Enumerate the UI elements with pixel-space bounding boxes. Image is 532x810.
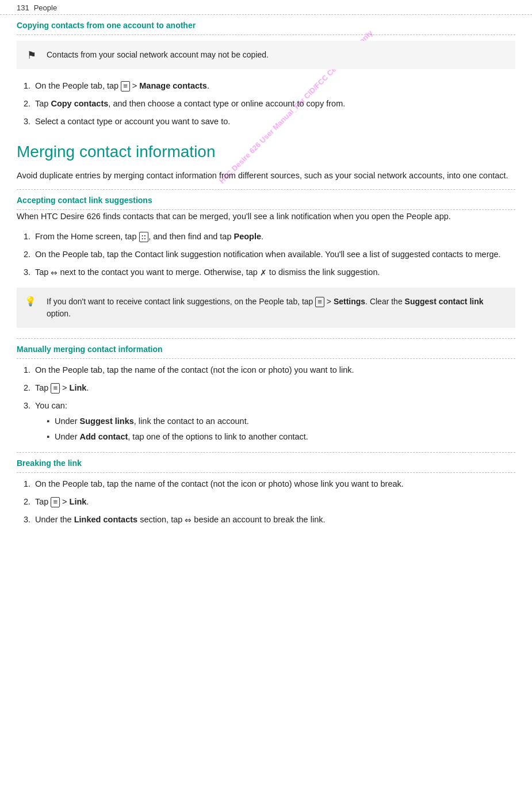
copying-note-text: Contacts from your social network accoun… — [47, 49, 269, 61]
breaking-step-1: On the People tab, tap the name of the c… — [33, 477, 515, 491]
copying-step-1: On the People tab, tap ≡ > Manage contac… — [33, 79, 515, 93]
manually-step-2: Tap ≡ > Link. — [33, 381, 515, 395]
breaking-step-3: Under the Linked contacts section, tap ⇔… — [33, 513, 515, 526]
copy-contacts-label: Copy contacts — [51, 99, 108, 108]
add-contact-label: Add contact — [80, 432, 128, 441]
link-label-1: Link — [70, 383, 87, 392]
accepting-body-text: When HTC Desire 626 finds contacts that … — [17, 210, 515, 223]
copying-step-2: Tap Copy contacts, and then choose a con… — [33, 97, 515, 110]
manually-merging-title: Manually merging contact information — [17, 339, 515, 358]
manually-step-1: On the People tab, tap the name of the c… — [33, 364, 515, 377]
link-dismiss-icon: ✗ — [260, 266, 267, 279]
menu-icon-3: ≡ — [51, 497, 60, 507]
settings-label: Settings — [334, 297, 365, 306]
copying-steps-list: On the People tab, tap ≡ > Manage contac… — [17, 79, 515, 129]
manually-sub-1: Under Suggest links, link the contact to… — [47, 415, 515, 428]
page-number: 131 — [17, 3, 29, 12]
flag-icon: ⚑ — [27, 49, 36, 62]
menu-icon-1: ≡ — [121, 81, 130, 91]
accepting-suggestions-title: Accepting contact link suggestions — [17, 190, 515, 209]
bulb-icon: 💡 — [25, 296, 36, 307]
main-content: Copying contacts from one account to ano… — [0, 15, 532, 557]
breaking-divider-bottom — [17, 472, 515, 473]
manually-steps-list: On the People tab, tap the name of the c… — [17, 364, 515, 444]
accepting-step-2: On the People tab, tap the Contact link … — [33, 248, 515, 261]
people-label-1: People — [234, 232, 262, 241]
merging-intro-text: Avoid duplicate entries by merging conta… — [17, 169, 515, 182]
page-header: 131 People — [0, 0, 532, 14]
link-label-2: Link — [70, 497, 87, 506]
manage-contacts-label: Manage contacts — [139, 81, 207, 90]
link-merge-icon: ⇔ — [51, 266, 58, 279]
tip-text: If you don't want to receive contact lin… — [47, 296, 505, 320]
breaking-steps-list: On the People tab, tap the name of the c… — [17, 477, 515, 527]
menu-icon-tip: ≡ — [315, 297, 324, 307]
copying-contacts-title: Copying contacts from one account to ano… — [17, 15, 515, 35]
accepting-step-1: From the Home screen, tap ::, and then f… — [33, 230, 515, 243]
copying-divider — [17, 35, 515, 35]
accepting-steps-list: From the Home screen, tap ::, and then f… — [17, 230, 515, 280]
accepting-step-3: Tap ⇔ next to the contact you want to me… — [33, 266, 515, 279]
suggest-links-label: Suggest links — [80, 417, 134, 426]
manually-sub-list: Under Suggest links, link the contact to… — [35, 415, 515, 444]
breaking-step-2: Tap ≡ > Link. — [33, 495, 515, 509]
linked-contacts-label: Linked contacts — [74, 515, 137, 524]
grid-icon: :: — [139, 232, 149, 242]
copying-step-3: Select a contact type or account you wan… — [33, 115, 515, 128]
merging-main-heading: Merging contact information — [17, 143, 515, 161]
breaking-link-title: Breaking the link — [17, 453, 515, 472]
menu-icon-2: ≡ — [51, 383, 60, 393]
manually-divider-bottom — [17, 358, 515, 359]
suggest-link-label: Suggest contact link — [405, 297, 484, 306]
app-name: People — [34, 3, 57, 12]
manually-sub-2: Under Add contact, tap one of the option… — [47, 430, 515, 444]
tip-box: 💡 If you don't want to receive contact l… — [17, 288, 515, 328]
manually-step-3: You can: Under Suggest links, link the c… — [33, 399, 515, 444]
copying-note-box: ⚑ Contacts from your social network acco… — [17, 41, 515, 69]
link-break-icon: ⇔ — [185, 514, 192, 526]
